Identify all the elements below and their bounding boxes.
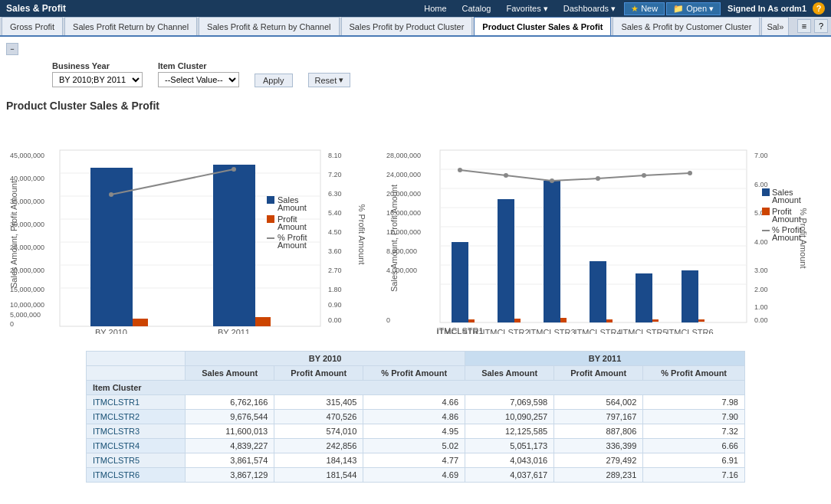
by2011-sales-4: 5,051,173 (465, 439, 554, 453)
collapse-button[interactable]: − (6, 43, 18, 55)
top-nav-links: Home Catalog Favorites ▾ Dashboards ▾ ★ … (416, 2, 825, 15)
by2010-sales-6: 3,867,129 (186, 468, 274, 483)
by2010-profit-3: 574,010 (274, 424, 363, 439)
section-title: Product Cluster Sales & Profit (6, 100, 825, 112)
bar-itmclstr4-profit (606, 319, 613, 322)
tab-product-cluster-sales-profit[interactable]: Product Cluster Sales & Profit (474, 17, 611, 35)
table-row: ITMCLSTR6 3,867,129 181,544 4.69 4,037,6… (87, 468, 745, 483)
dashboards-link[interactable]: Dashboards ▾ (556, 2, 623, 15)
by2011-pct-6: 7.16 (643, 468, 745, 483)
settings-icon[interactable]: ≡ (797, 19, 811, 33)
item-cluster-filter: Item Cluster --Select Value-- (158, 61, 239, 87)
business-year-label: Business Year (52, 61, 143, 70)
table-row: ITMCLSTR3 11,600,013 574,010 4.95 12,125… (87, 424, 745, 439)
svg-text:5,000,000: 5,000,000 (10, 311, 41, 319)
bar-itmclstr6-sales (682, 270, 698, 322)
x-label-5: ITMCLSTR5 (621, 328, 668, 334)
catalog-link[interactable]: Catalog (455, 2, 499, 15)
help-icon[interactable]: ? (814, 19, 828, 33)
svg-text:1.80: 1.80 (328, 286, 342, 293)
item-cluster-group-header: Item Cluster (87, 381, 745, 395)
svg-point-25 (109, 192, 113, 197)
home-link[interactable]: Home (416, 2, 454, 15)
by2011-sales-2: 10,090,257 (465, 410, 554, 424)
cluster-label-6: ITMCLSTR6 (87, 468, 186, 483)
bar-itmclstr1-profit (468, 319, 475, 322)
app-title: Sales & Profit (6, 3, 66, 14)
svg-point-64 (642, 173, 646, 178)
by2011-profit-5: 279,492 (554, 453, 643, 468)
x-label-6: ITMCLSTR6 (667, 328, 714, 334)
by2010-sales-5: 3,861,574 (186, 453, 274, 468)
col-by2011-sales-header: Sales Amount (465, 366, 554, 381)
col-cluster-header (87, 366, 186, 381)
tab-gross-profit[interactable]: Gross Profit (2, 17, 63, 35)
cluster-label-3: ITMCLSTR3 (87, 424, 186, 439)
tab-sales-profit-return-channel[interactable]: Sales Profit Return by Channel (64, 17, 197, 35)
svg-rect-71 (762, 208, 770, 215)
tab-bar: Gross Profit Sales Profit Return by Chan… (0, 17, 831, 37)
by2010-pct-3: 4.95 (363, 424, 465, 439)
new-button[interactable]: ★ New (624, 2, 665, 15)
by2011-profit-1: 564,002 (554, 395, 643, 410)
by2011-sales-6: 4,037,617 (465, 468, 554, 483)
bar-itmclstr2-sales (498, 199, 514, 322)
by2011-pct-4: 6.66 (643, 439, 745, 453)
svg-text:0.00: 0.00 (754, 316, 768, 324)
by2010-pct-5: 4.77 (363, 453, 465, 468)
svg-text:7.20: 7.20 (328, 171, 342, 178)
favorites-link[interactable]: Favorites ▾ (498, 2, 555, 15)
svg-point-62 (550, 178, 554, 183)
by2010-profit-6: 181,544 (274, 468, 363, 483)
table-row: ITMCLSTR4 4,839,227 242,856 5.02 5,051,1… (87, 439, 745, 453)
col-by2011-header: BY 2011 (465, 352, 745, 366)
x-label-by2010: BY 2010 (95, 328, 127, 334)
y-left-title: Sales Amount, Profit Amount (9, 181, 18, 288)
svg-text:Amount: Amount (772, 214, 801, 224)
tab-sales-profit-customer-cluster[interactable]: Sales & Profit by Customer Cluster (613, 17, 760, 35)
by2010-pct-1: 4.66 (363, 395, 465, 410)
svg-rect-30 (267, 215, 274, 223)
tab-sales-profit-return-channel2[interactable]: Sales Profit & Return by Channel (199, 17, 339, 35)
by2011-profit-4: 336,399 (554, 439, 643, 453)
business-year-filter: Business Year BY 2010;BY 2011 (52, 61, 143, 87)
col-by2011-profit-header: Profit Amount (554, 366, 643, 381)
by2010-profit-1: 315,405 (274, 395, 363, 410)
col-by2010-pct-header: % Profit Amount (363, 366, 465, 381)
bar-itmclstr3-sales (544, 181, 560, 322)
svg-text:Amount: Amount (278, 203, 307, 212)
right-y-left-title: Sales Amount, Profit Amount (389, 185, 399, 292)
x-label-1: ITMCLSTR1 (437, 328, 484, 334)
filter-row: Business Year BY 2010;BY 2011 Item Clust… (6, 61, 825, 87)
svg-text:3.00: 3.00 (754, 267, 768, 274)
x-label-by2011: BY 2011 (218, 328, 250, 334)
by2010-sales-1: 6,762,166 (186, 395, 274, 410)
tab-sales-profit-product-cluster[interactable]: Sales Profit by Product Cluster (341, 17, 473, 35)
tab-more[interactable]: Sal» (761, 17, 789, 35)
table-row: ITMCLSTR2 9,676,544 470,526 4.86 10,090,… (87, 410, 745, 424)
svg-text:4.50: 4.50 (328, 228, 342, 236)
col-by2011-pct-header: % Profit Amount (643, 366, 745, 381)
item-cluster-label: Item Cluster (158, 61, 239, 70)
signed-in-label: Signed In As ordm1 (728, 4, 806, 13)
help-button[interactable]: ? (813, 2, 825, 15)
business-year-select[interactable]: BY 2010;BY 2011 (52, 72, 143, 87)
cluster-label-2: ITMCLSTR2 (87, 410, 186, 424)
by2011-sales-1: 7,069,598 (465, 395, 554, 410)
x-label-3: ITMCLSTR3 (529, 328, 576, 334)
open-button[interactable]: 📁 Open ▾ (666, 2, 721, 15)
charts-row: 45,000,000 40,000,000 35,000,000 30,000,… (6, 119, 825, 335)
main-content: − Business Year BY 2010;BY 2011 Item Clu… (0, 37, 831, 504)
apply-button[interactable]: Apply (255, 74, 293, 87)
svg-text:5.40: 5.40 (328, 209, 342, 217)
x-label-2: ITMCLSTR2 (483, 328, 530, 334)
svg-point-63 (596, 176, 600, 181)
item-cluster-select[interactable]: --Select Value-- (158, 72, 239, 87)
cluster-label-4: ITMCLSTR4 (87, 439, 186, 453)
svg-text:2.00: 2.00 (754, 286, 768, 293)
svg-point-65 (688, 171, 692, 175)
by2011-pct-1: 7.98 (643, 395, 745, 410)
svg-text:Amount: Amount (772, 233, 801, 242)
reset-button[interactable]: Reset ▾ (308, 73, 351, 87)
by2010-sales-2: 9,676,544 (186, 410, 274, 424)
